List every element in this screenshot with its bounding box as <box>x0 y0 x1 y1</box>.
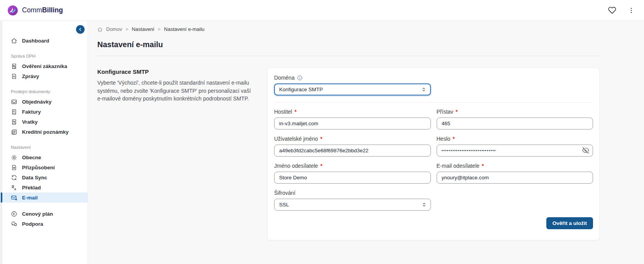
smtp-intro-heading: Konfigurace SMTP <box>97 68 255 75</box>
encryption-select[interactable]: SSL <box>274 199 431 211</box>
page-title: Nastavení e-mailu <box>97 40 600 49</box>
euro-circle-icon: € <box>11 211 18 217</box>
toggle-password-visibility-button[interactable] <box>582 147 589 154</box>
username-label: Uživatelské jméno <box>274 136 318 142</box>
svg-text:€: € <box>13 212 15 216</box>
breadcrumb-item-nastaveni[interactable]: Nastavení <box>132 26 154 32</box>
sidebar-item-label: Obecne <box>22 155 41 160</box>
sidebar-collapse-button[interactable] <box>76 25 85 34</box>
host-label: Hostitel <box>274 109 292 115</box>
sidebar-item-obecne[interactable]: Obecne <box>0 152 88 162</box>
sidebar-item-label: Vratky <box>22 119 38 125</box>
sender-name-input[interactable] <box>274 172 431 184</box>
password-label: Heslo <box>437 136 451 142</box>
brand-logo-icon <box>7 5 19 16</box>
encryption-select-value: SSL <box>279 202 289 208</box>
sidebar-section-title: Správa DPH <box>0 51 88 61</box>
active-indicator-bar <box>1 192 2 203</box>
sidebar-item-faktury[interactable]: € Faktury <box>0 107 88 117</box>
invoice-euro-icon: € <box>11 109 18 115</box>
domain-select-value: Konfigurace SMTP <box>279 87 323 92</box>
favorites-heart-button[interactable] <box>608 6 616 14</box>
breadcrumb-item-domov[interactable]: Domov <box>106 26 122 32</box>
sidebar-item-data-sync[interactable]: Data Sync <box>0 172 88 182</box>
brand-name: CommBilling <box>22 6 63 14</box>
sidebar-item-label: Objednávky <box>22 99 52 105</box>
document-icon <box>11 73 18 80</box>
gear-icon <box>11 154 18 161</box>
sidebar-item-kreditni-poznamky[interactable]: Kreditní poznámky <box>0 127 88 137</box>
sidebar-item-label: Podpora <box>22 221 43 227</box>
sidebar-item-overeni-zakaznika[interactable]: Ověření zákazníka <box>0 61 88 71</box>
sidebar-item-label: Přizpůsobení <box>22 165 55 170</box>
domain-label: Doména <box>274 75 295 81</box>
sidebar-item-label: Ověření zákazníka <box>22 63 67 69</box>
required-asterisk: * <box>452 136 454 142</box>
sender-email-label: E-mail odesílatele <box>437 163 480 169</box>
sidebar-item-label: Faktury <box>22 109 41 115</box>
sidebar-item-zpravy[interactable]: Zprávy <box>0 71 88 81</box>
select-arrows-icon <box>421 202 427 208</box>
document-gear-icon <box>11 164 18 171</box>
breadcrumb-separator: > <box>125 27 128 32</box>
translate-icon: A <box>11 184 18 191</box>
sidebar-item-label: Zprávy <box>22 73 39 79</box>
sidebar-item-label: Dashboard <box>22 38 49 44</box>
sidebar-item-podpora[interactable]: Podpora <box>0 219 88 229</box>
svg-text:A: A <box>14 187 16 191</box>
host-input[interactable] <box>274 118 431 129</box>
sync-icon <box>11 174 18 181</box>
kebab-menu-icon <box>628 7 635 14</box>
breadcrumb-separator: > <box>158 27 161 32</box>
sidebar-item-objednavky[interactable]: Objednávky <box>0 97 88 107</box>
credit-notes-icon <box>11 129 18 135</box>
brand-logo[interactable]: CommBilling <box>7 5 63 16</box>
sidebar: Dashboard Správa DPH Ověření zákazníka Z… <box>0 21 88 264</box>
sender-name-label: Jméno odesílatele <box>274 163 318 169</box>
required-asterisk: * <box>456 109 458 115</box>
home-icon <box>11 37 18 44</box>
sidebar-item-cenovy-plan[interactable]: € Cenový plán <box>0 209 88 219</box>
chevron-left-icon <box>78 27 83 32</box>
sidebar-item-vratky[interactable]: Vratky <box>0 117 88 127</box>
sidebar-item-email[interactable]: E-mail <box>0 192 88 203</box>
port-label: Přístav <box>437 109 454 115</box>
eye-off-icon <box>582 147 589 154</box>
sidebar-item-preklad[interactable]: A Překlad <box>0 182 88 192</box>
sidebar-item-prizpusobeni[interactable]: Přizpůsobení <box>0 162 88 172</box>
title-divider <box>97 56 600 56</box>
username-input[interactable] <box>274 145 431 157</box>
sidebar-item-label: Překlad <box>22 185 41 191</box>
port-input[interactable] <box>437 118 593 129</box>
breadcrumb: Domov > Nastavení > Nastavení e-mailu <box>97 26 600 32</box>
sidebar-item-label: Kreditní poznámky <box>22 129 69 135</box>
support-chat-icon <box>11 221 18 227</box>
verify-and-save-button[interactable]: Ověřit a uložit <box>546 217 593 229</box>
required-asterisk: * <box>295 109 297 115</box>
required-asterisk: * <box>320 136 322 142</box>
info-icon[interactable] <box>297 75 303 81</box>
domain-select[interactable]: Konfigurace SMTP <box>274 83 431 95</box>
encryption-label: Šifrování <box>274 190 295 196</box>
main-content: Domov > Nastavení > Nastavení e-mailu Na… <box>88 21 644 264</box>
sidebar-item-label: Data Sync <box>22 175 47 181</box>
select-arrows-icon <box>421 87 427 92</box>
sender-email-input[interactable] <box>437 172 593 184</box>
svg-text:€: € <box>13 110 15 113</box>
topbar: CommBilling <box>0 0 644 21</box>
sidebar-item-label: Cenový plán <box>22 211 53 217</box>
required-asterisk: * <box>320 163 322 169</box>
inbox-icon <box>11 99 18 105</box>
mail-gear-icon <box>11 194 18 201</box>
heart-icon <box>608 6 616 14</box>
password-input[interactable] <box>437 145 593 157</box>
smtp-intro: Konfigurace SMTP Vyberte 'Výchozí', chce… <box>97 68 255 240</box>
breadcrumb-home-icon[interactable] <box>97 27 103 32</box>
sidebar-item-label: E-mail <box>22 195 38 201</box>
sidebar-item-dashboard[interactable]: Dashboard <box>0 36 88 46</box>
sidebar-section-title: Prodejní dokumenty <box>0 87 88 97</box>
receipt-percent-icon <box>11 63 18 70</box>
smtp-config-card: Doména Konfigurace SMTP <box>267 68 600 240</box>
required-asterisk: * <box>482 163 484 169</box>
more-options-button[interactable] <box>628 7 635 14</box>
